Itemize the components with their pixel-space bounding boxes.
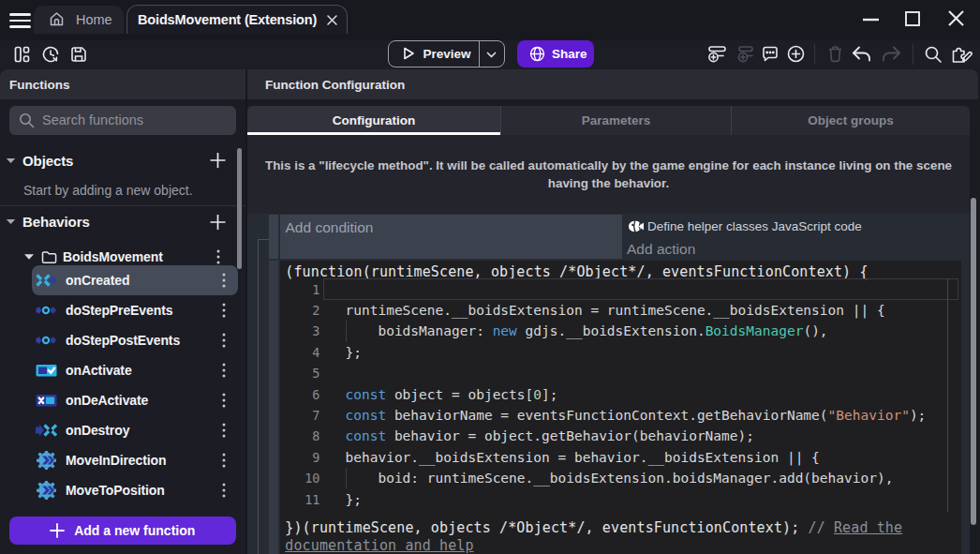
redo-icon[interactable] xyxy=(881,45,902,64)
history-icon[interactable] xyxy=(41,45,60,64)
code-wrapper-header: (function(runtimeScene, objects /*Object… xyxy=(285,263,868,280)
line-number: 7 xyxy=(280,408,320,423)
function-item-moveindirection[interactable]: MoveInDirection xyxy=(32,445,238,475)
code-line-9[interactable]: 9behavior.__boidsExtension = behavior.__… xyxy=(280,447,961,468)
trash-icon[interactable] xyxy=(826,45,844,63)
main-scrollbar[interactable] xyxy=(971,198,976,525)
kebab-menu-icon[interactable] xyxy=(222,303,226,318)
function-item-dosteppostevents[interactable]: doStepPostEvents xyxy=(32,325,238,355)
do-step-icon xyxy=(36,300,57,321)
function-item-onactivate[interactable]: onActivate xyxy=(32,355,238,385)
undo-icon[interactable] xyxy=(851,45,872,64)
code-line-6[interactable]: 6const object = objects[0]; xyxy=(280,383,961,404)
share-button[interactable]: Share xyxy=(517,40,594,67)
minimize-icon[interactable] xyxy=(862,18,880,22)
preview-label: Preview xyxy=(423,47,471,61)
function-label: onDeActivate xyxy=(66,393,148,408)
event-drag-handle[interactable] xyxy=(269,261,278,554)
add-circle-icon[interactable] xyxy=(787,45,805,63)
kebab-menu-icon[interactable] xyxy=(222,423,226,438)
plus-icon xyxy=(50,523,65,538)
function-item-ondeactivate[interactable]: onDeActivate xyxy=(32,385,238,415)
kebab-menu-icon[interactable] xyxy=(222,273,226,288)
code-line-11[interactable]: 11}; xyxy=(280,488,961,509)
tab-parameters[interactable]: Parameters xyxy=(501,106,732,135)
search-icon[interactable] xyxy=(924,45,943,64)
function-item-ondestroy[interactable]: onDestroy xyxy=(32,415,238,445)
tab-home[interactable]: Home xyxy=(34,6,124,35)
tab-boidsmovement[interactable]: BoidsMovement (Extension) xyxy=(126,5,348,34)
kebab-menu-icon[interactable] xyxy=(222,363,226,378)
code-text: }; xyxy=(346,345,362,360)
code-line-2[interactable]: 2runtimeScene.__boidsExtension = runtime… xyxy=(280,300,961,321)
sidebar-scrollbar[interactable] xyxy=(237,148,242,269)
conditions-cell[interactable]: Add condition xyxy=(280,215,622,259)
share-label: Share xyxy=(552,47,587,61)
function-item-movetoposition[interactable]: MoveToPosition xyxy=(32,475,238,505)
add-condition-link[interactable]: Add condition xyxy=(286,219,374,236)
action-item[interactable]: Define helper classes JavaScript code xyxy=(629,216,862,236)
kebab-menu-icon[interactable] xyxy=(222,483,226,498)
toolbar-separator xyxy=(814,44,815,65)
code-line-10[interactable]: 10 boid: runtimeScene.__boidsExtension.b… xyxy=(280,468,961,488)
project-manager-icon[interactable] xyxy=(12,45,31,64)
function-label: MoveToPosition xyxy=(66,483,165,498)
chevron-down-icon[interactable] xyxy=(6,218,16,225)
menu-icon[interactable] xyxy=(9,12,31,28)
home-icon xyxy=(49,11,65,27)
code-line-4[interactable]: 4}; xyxy=(280,342,961,363)
code-text: boidsManager: new gdjs.__boidsExtension.… xyxy=(346,323,828,338)
kebab-menu-icon[interactable] xyxy=(222,333,226,348)
add-behavior-icon[interactable] xyxy=(210,214,226,230)
preview-dropdown-icon[interactable] xyxy=(486,52,497,58)
line-number: 11 xyxy=(280,492,320,507)
add-subevent-icon[interactable] xyxy=(735,44,754,64)
preview-button[interactable]: Preview xyxy=(388,40,506,67)
section-behaviors[interactable]: Behaviors xyxy=(0,212,236,232)
code-line-3[interactable]: 3 boidsManager: new gdjs.__boidsExtensio… xyxy=(280,321,961,341)
chevron-down-icon[interactable] xyxy=(6,157,16,164)
divider xyxy=(0,205,245,206)
save-icon[interactable] xyxy=(69,45,88,64)
event-indent-guide xyxy=(258,239,269,240)
function-label: MoveInDirection xyxy=(66,453,166,468)
js-code-icon xyxy=(629,220,645,232)
maximize-icon[interactable] xyxy=(905,11,920,26)
objects-section-label: Objects xyxy=(22,153,73,169)
function-item-oncreated[interactable]: onCreated xyxy=(32,265,238,295)
function-item-dosteppreevents[interactable]: doStepPreEvents xyxy=(32,295,238,325)
search-input[interactable]: Search functions xyxy=(9,106,236,136)
tab-close-icon[interactable] xyxy=(326,14,338,26)
description-text: This is a "lifecycle method". It will be… xyxy=(265,157,952,192)
code-text: behavior.__boidsExtension = behavior.__b… xyxy=(346,450,820,465)
tab-object-groups[interactable]: Object groups xyxy=(732,106,970,135)
code-line-8[interactable]: 8const behavior = object.getBehavior(beh… xyxy=(280,426,961,446)
function-label: onCreated xyxy=(66,273,129,288)
kebab-menu-icon[interactable] xyxy=(222,453,226,468)
tab-configuration[interactable]: Configuration xyxy=(247,106,501,135)
add-function-label: Add a new function xyxy=(74,523,195,538)
chevron-down-icon[interactable] xyxy=(23,253,35,261)
event-drag-handle[interactable] xyxy=(269,215,278,259)
add-action-link[interactable]: Add action xyxy=(627,241,695,258)
active-tab-label: BoidsMovement (Extension) xyxy=(138,12,317,27)
add-event-icon[interactable] xyxy=(707,44,727,64)
code-line-7[interactable]: 7const behaviorName = eventsFunctionCont… xyxy=(280,405,961,426)
kebab-menu-icon[interactable] xyxy=(216,249,220,264)
configuration-tabs: ConfigurationParametersObject groups xyxy=(247,106,970,135)
function-configuration-title: Function Configuration xyxy=(265,69,405,99)
line-number: 10 xyxy=(280,471,320,486)
close-icon[interactable] xyxy=(948,10,964,26)
code-footer-text: })(runtimeScene, objects /*Object*/, eve… xyxy=(285,519,808,536)
kebab-menu-icon[interactable] xyxy=(222,393,226,408)
section-objects[interactable]: Objects xyxy=(0,150,236,171)
code-line-5[interactable]: 5 xyxy=(280,363,961,383)
behaviors-section-label: Behaviors xyxy=(22,214,90,230)
add-comment-icon[interactable] xyxy=(761,45,780,64)
add-object-icon[interactable] xyxy=(210,153,226,169)
edit-extension-icon[interactable] xyxy=(951,44,973,66)
panel-headers: Functions Function Configuration xyxy=(0,69,978,99)
add-function-button[interactable]: Add a new function xyxy=(9,517,236,545)
code-line-1[interactable]: 1 xyxy=(280,278,961,299)
code-text: runtimeScene.__boidsExtension = runtimeS… xyxy=(346,303,885,318)
